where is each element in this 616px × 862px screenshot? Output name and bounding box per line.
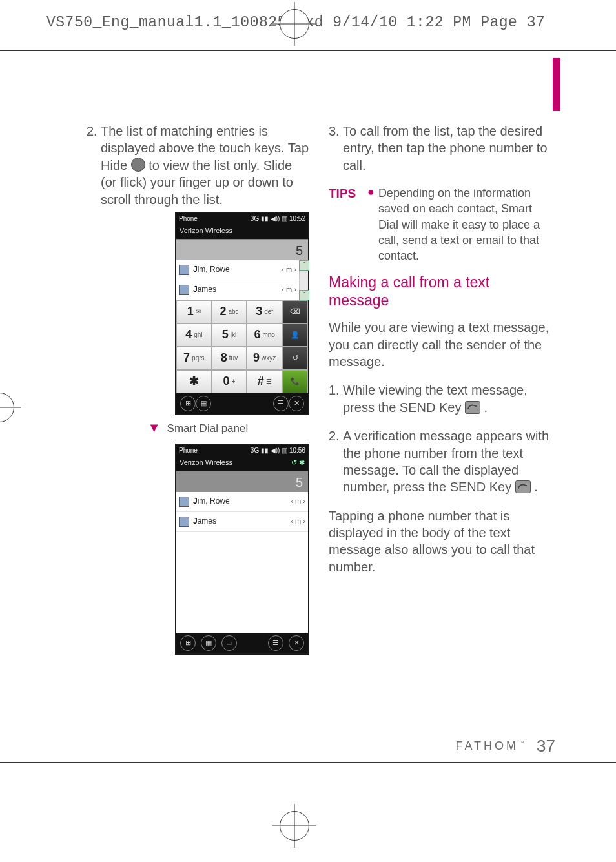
- ph2-icons: ↺ ✱: [291, 458, 305, 467]
- ph1-row2-highlight: J: [193, 285, 198, 295]
- ph2-contact-row-1: Jim, Rowe ‹ m ›: [176, 492, 308, 512]
- start-icon: ⊞: [180, 635, 196, 651]
- send-key-icon: [465, 401, 480, 414]
- right-column: 3. To call from the list, tap the desire…: [329, 123, 551, 660]
- tips-bullet-icon: ●: [367, 185, 375, 263]
- registration-mark-left: [0, 393, 14, 422]
- caption-text: Smart Dial panel: [167, 422, 249, 436]
- ph1-contact-row-2: James ‹ m ›: [176, 280, 299, 300]
- hide-kb-icon: ▦: [196, 396, 211, 411]
- scroll-down-icon: ˅: [299, 290, 309, 300]
- ph1-row1-rest: im, Rowe: [198, 265, 230, 275]
- scroll-up-icon: ˄: [299, 260, 309, 271]
- subheading: Making a call from a text message: [329, 273, 551, 311]
- backspace-key: ⌫: [282, 300, 308, 323]
- ph2-row1-highlight: J: [193, 497, 198, 507]
- down-arrow-icon: ▼: [148, 419, 161, 436]
- left-column: 2. The list of matching entries is displ…: [87, 123, 309, 660]
- step3-number: 3.: [329, 123, 343, 174]
- page-number: 37: [537, 736, 555, 756]
- tips-label: TIPS: [329, 185, 367, 263]
- registration-mark-bottom: [280, 811, 309, 841]
- crop-line-top: [0, 50, 616, 51]
- registration-mark-top: [280, 9, 309, 39]
- step2-text: The list of matching entries is displaye…: [101, 123, 309, 208]
- r-step1-text-b: .: [484, 400, 488, 415]
- r-step2-text-b: .: [534, 480, 538, 494]
- closing-paragraph: Tapping a phone number that is displayed…: [329, 508, 551, 576]
- ph1-keypad: 1✉ 2abc 3def ⌫ 4ghi 5jkl 6mno 👤 7pqrs 8t…: [176, 300, 308, 393]
- ph1-row2-type: ‹ m ›: [282, 285, 296, 294]
- close-icon: ✕: [289, 396, 304, 411]
- r-step1-text-a: While viewing the text message, press th…: [343, 383, 528, 414]
- contact-key: 👤: [282, 323, 308, 347]
- contact-card-icon: [179, 497, 189, 507]
- menu-icon: ☰: [268, 635, 283, 651]
- ph1-carrier: Verizon Wireless: [176, 224, 308, 239]
- crop-line-bottom: [0, 762, 616, 763]
- ph2-row1-rest: im, Rowe: [198, 497, 230, 507]
- r-step1-text: While viewing the text message, press th…: [343, 382, 551, 416]
- card-icon: ▭: [221, 635, 237, 651]
- r-step1-number: 1.: [329, 382, 343, 416]
- contact-card-icon: [179, 265, 189, 275]
- call-key: 📞: [282, 370, 308, 393]
- ph2-carrier: Verizon Wireless: [180, 458, 232, 467]
- send-key-icon: [515, 480, 531, 493]
- section-intro: While you are viewing a text message, yo…: [329, 319, 551, 370]
- brand-mark: FATHOM™: [455, 739, 525, 753]
- r-step2-number: 2.: [329, 427, 343, 496]
- close-icon: ✕: [289, 635, 304, 651]
- ph1-status-right: 3G ▮▮ ◀)) ▥ 10:52: [251, 214, 305, 223]
- menu-icon: ☰: [273, 396, 289, 411]
- r-step2-text: A verification message appears with the …: [343, 427, 551, 496]
- keypad-icon: ▦: [201, 635, 216, 651]
- phone-screenshot-2: Phone 3G ▮▮ ◀)) ▥ 10:56 Verizon Wireless…: [175, 444, 309, 655]
- ph2-row2-type: ‹ m ›: [291, 517, 305, 526]
- contact-card-icon: [179, 517, 189, 527]
- ph2-row1-type: ‹ m ›: [291, 497, 305, 506]
- ph1-status-left: Phone: [179, 214, 198, 223]
- step3-text: To call from the list, tap the desired e…: [343, 123, 551, 174]
- hide-icon: [131, 158, 145, 172]
- ph1-contact-row-1: Jim, Rowe ‹ m ›: [176, 260, 299, 280]
- phone-screenshot-1: Phone 3G ▮▮ ◀)) ▥ 10:52 Verizon Wireless…: [175, 212, 309, 415]
- contact-card-icon: [179, 285, 189, 295]
- ph1-row1-highlight: J: [193, 265, 198, 275]
- ph1-dial-input: 5: [176, 239, 308, 260]
- ph2-status-left: Phone: [179, 446, 198, 455]
- ph2-contact-row-2: James ‹ m ›: [176, 512, 308, 532]
- ph2-status-right: 3G ▮▮ ◀)) ▥ 10:56: [251, 446, 305, 455]
- section-edge-tab: [553, 58, 560, 111]
- phone1-caption: ▼ Smart Dial panel: [87, 420, 309, 437]
- ph2-dial-input: 5: [176, 471, 308, 492]
- tips-body: Depending on the information saved on ea…: [378, 185, 551, 263]
- ph1-row2-rest: ames: [198, 285, 216, 295]
- ph2-row2-rest: ames: [198, 517, 216, 527]
- ph1-row1-type: ‹ m ›: [282, 265, 296, 274]
- step2-number: 2.: [87, 123, 101, 208]
- start-icon: ⊞: [180, 396, 196, 411]
- ph2-row2-highlight: J: [193, 517, 198, 527]
- history-key: ↺: [282, 347, 308, 370]
